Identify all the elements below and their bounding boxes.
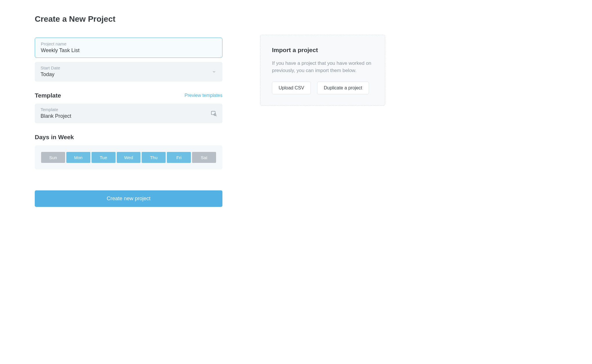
template-field[interactable]: Template Blank Project xyxy=(35,104,222,123)
create-project-form: Create a New Project Project name Start … xyxy=(35,14,222,207)
template-section-header: Template Preview templates xyxy=(35,92,222,99)
import-panel-description: If you have a project that you have work… xyxy=(272,60,373,74)
duplicate-project-button[interactable]: Duplicate a project xyxy=(317,82,369,94)
import-project-panel-col: Import a project If you have a project t… xyxy=(260,35,385,207)
start-date-value: Today xyxy=(41,71,217,78)
svg-rect-0 xyxy=(211,111,215,115)
project-name-input[interactable] xyxy=(41,47,216,54)
search-template-icon xyxy=(211,111,217,116)
day-toggle-thu[interactable]: Thu xyxy=(142,152,166,163)
template-field-label: Template xyxy=(41,107,217,112)
days-section-header: Days in Week xyxy=(35,134,222,141)
day-toggle-fri[interactable]: Fri xyxy=(167,152,191,163)
day-toggle-mon[interactable]: Mon xyxy=(66,152,90,163)
day-toggle-wed[interactable]: Wed xyxy=(117,152,141,163)
svg-line-2 xyxy=(216,115,217,116)
start-date-field[interactable]: Start Date Today xyxy=(35,62,222,82)
upload-csv-button[interactable]: Upload CSV xyxy=(272,82,311,94)
start-date-label: Start Date xyxy=(41,65,217,70)
import-panel-buttons: Upload CSV Duplicate a project xyxy=(272,82,373,94)
template-field-value: Blank Project xyxy=(41,113,217,119)
project-name-label: Project name xyxy=(41,41,216,46)
days-section-title: Days in Week xyxy=(35,134,74,141)
import-panel-title: Import a project xyxy=(272,47,373,54)
chevron-down-icon xyxy=(212,70,216,74)
day-toggle-sat[interactable]: Sat xyxy=(192,152,216,163)
day-toggle-tue[interactable]: Tue xyxy=(92,152,116,163)
days-in-week-selector: Sun Mon Tue Wed Thu Fri Sat xyxy=(35,145,222,170)
import-project-panel: Import a project If you have a project t… xyxy=(260,35,385,106)
preview-templates-link[interactable]: Preview templates xyxy=(184,93,222,98)
day-toggle-sun[interactable]: Sun xyxy=(41,152,65,163)
create-new-project-button[interactable]: Create new project xyxy=(35,190,222,207)
project-name-field[interactable]: Project name xyxy=(35,38,222,58)
template-section-title: Template xyxy=(35,92,61,99)
page-title: Create a New Project xyxy=(35,14,222,24)
